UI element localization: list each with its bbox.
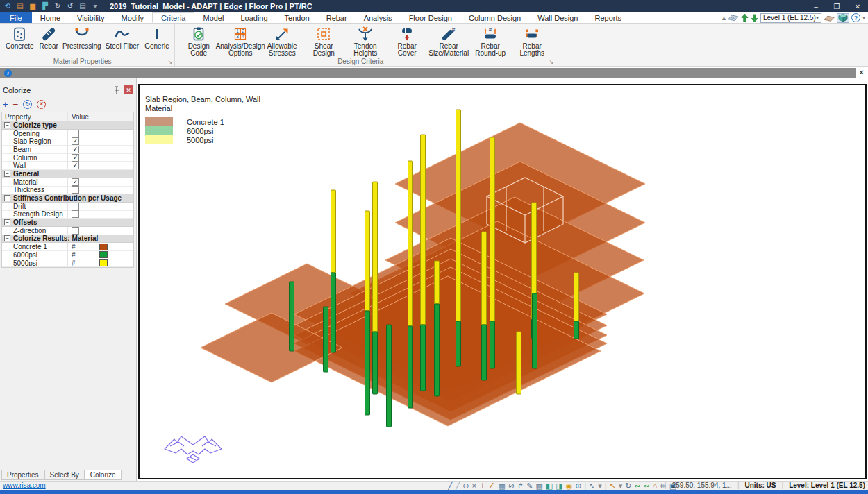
level-up-icon[interactable] [741, 13, 749, 23]
snap-angle-icon[interactable]: ∠ [489, 482, 496, 490]
open-folder-icon[interactable]: ▆ [28, 2, 37, 11]
group-row[interactable]: −Offsets [2, 219, 133, 227]
pointer-mode-icon[interactable]: ↖ [609, 482, 615, 490]
collapse-icon[interactable]: − [4, 171, 10, 177]
shear-design-button[interactable]: Shear Design [303, 26, 344, 57]
undo-circle-icon[interactable]: ↻ [53, 2, 62, 11]
level-down-icon[interactable] [751, 13, 758, 23]
sketch-icon[interactable]: ✎ [526, 482, 533, 490]
risa-link[interactable]: www.risa.com [3, 482, 46, 489]
panel-tab-select-by[interactable]: Select By [44, 470, 85, 480]
tab-home[interactable]: Home [32, 12, 69, 23]
view-3d-cube-icon[interactable] [837, 13, 849, 23]
tab-criteria[interactable]: Criteria [152, 12, 194, 23]
allowable-stresses-button[interactable]: Allowable Stresses [261, 26, 303, 57]
view-solid-icon[interactable]: ◨ [556, 482, 562, 490]
minimize-button[interactable]: – [806, 0, 826, 12]
panel-close-button[interactable]: ✕ [124, 85, 133, 94]
color-swatch[interactable] [99, 259, 108, 266]
collapse-icon[interactable]: − [4, 122, 10, 128]
rebar-button[interactable]: Rebar [37, 26, 61, 50]
level-selector[interactable]: Level 1 (EL 12.5) ▾ [760, 13, 821, 23]
snap-perpendicular-icon[interactable]: ⊥ [479, 482, 486, 490]
snap-tangent-icon[interactable]: ⊘ [508, 482, 515, 490]
close-button[interactable]: ✕ [847, 0, 868, 12]
checkbox-unchecked[interactable] [72, 186, 79, 194]
level-indicator[interactable]: Level: Level 1 (EL 12.5) [789, 482, 865, 489]
app-logo-icon[interactable]: ⟲ [3, 2, 12, 11]
tab-wall-design[interactable]: Wall Design [529, 12, 586, 23]
group-row[interactable]: −Colorize Results: Material [2, 235, 133, 244]
group-row[interactable]: −General [2, 170, 133, 178]
analysis-design-options-button[interactable]: 1234 Analysis/Design Options [219, 26, 261, 57]
tab-modify[interactable]: Modify [113, 12, 152, 23]
units-indicator[interactable]: Units: US [745, 482, 776, 489]
pin-icon[interactable] [112, 86, 121, 94]
concrete-button[interactable]: Concrete [3, 26, 37, 50]
snap-grid-icon[interactable]: ▦ [498, 482, 505, 490]
quick-access-caret-icon[interactable]: ▾ [90, 2, 100, 11]
tab-tendon[interactable]: Tendon [276, 12, 318, 23]
help-icon[interactable]: ? [851, 13, 860, 22]
save-icon[interactable]: ▛ [40, 2, 50, 11]
polyline-caret-icon[interactable]: ▾ [598, 482, 602, 490]
checkbox-unchecked[interactable] [72, 130, 79, 137]
column-header-property[interactable]: Property [2, 112, 68, 121]
pointer-caret-icon[interactable]: ▾ [619, 482, 623, 490]
checkbox-checked[interactable]: ✓ [72, 154, 79, 162]
color-swatch[interactable] [99, 251, 108, 258]
view-shaded-icon[interactable]: ◧ [546, 482, 553, 490]
tab-reports[interactable]: Reports [586, 12, 630, 23]
add-icon[interactable]: + [3, 99, 8, 110]
tab-floor-design[interactable]: Floor Design [401, 12, 460, 23]
tab-file[interactable]: File [0, 12, 32, 23]
tab-visibility[interactable]: Visibility [69, 12, 113, 23]
polyline-mode-icon[interactable]: ∿ [589, 482, 595, 490]
checkbox-checked[interactable]: ✓ [72, 137, 79, 145]
print-icon[interactable]: ▤ [78, 2, 87, 11]
redo-circle-icon[interactable]: ↺ [65, 2, 75, 11]
refresh-icon[interactable]: ↻ [23, 100, 32, 109]
zoom-icon[interactable]: ⊕ [575, 482, 581, 490]
pan-icon[interactable]: ∾ [634, 482, 640, 490]
panel-tab-colorize[interactable]: Colorize [85, 470, 122, 480]
tendon-heights-button[interactable]: Tendon Heights [344, 26, 386, 57]
rebar-lengths-button[interactable]: Rebar Lengths [511, 26, 553, 57]
remove-icon[interactable]: − [13, 99, 19, 110]
collapse-icon[interactable]: − [4, 195, 10, 201]
single-slab-icon[interactable] [824, 13, 835, 23]
home-view-icon[interactable]: ⌂ [653, 482, 658, 490]
model-viewport[interactable]: Slab Region, Beam, Column, Wall Material… [138, 84, 867, 479]
rebar-size-material-button[interactable]: # Rebar Size/Material [428, 26, 469, 57]
restore-button[interactable]: ❐ [826, 0, 847, 12]
snap-endpoint-icon[interactable]: ↱ [517, 482, 524, 490]
slab-view-icon[interactable] [728, 13, 739, 23]
checkbox-checked[interactable]: ✓ [72, 162, 79, 169]
tab-loading[interactable]: Loading [232, 12, 276, 23]
rebar-cover-button[interactable]: Rebar Cover [386, 26, 428, 57]
info-strip-close-icon[interactable]: ✕ [859, 69, 865, 76]
tab-rebar[interactable]: Rebar [318, 12, 356, 23]
design-code-button[interactable]: Design Code [178, 26, 219, 57]
cancel-icon[interactable]: ✕ [37, 100, 46, 109]
prestressing-button[interactable]: Prestressing [61, 26, 103, 50]
collapse-icon[interactable]: − [4, 235, 10, 241]
color-swatch[interactable] [99, 244, 108, 250]
checkbox-unchecked[interactable] [72, 227, 79, 235]
column-header-value[interactable]: Value [68, 112, 133, 121]
tab-column-design[interactable]: Column Design [460, 12, 529, 23]
walk-icon[interactable]: ∾ [644, 482, 650, 490]
tab-model[interactable]: Model [194, 12, 232, 23]
group-row[interactable]: −Colorize type [2, 121, 133, 130]
dialog-launcher-icon[interactable]: ↘ [549, 59, 554, 65]
help-caret-icon[interactable]: ▾ [862, 13, 865, 23]
rebar-round-up-button[interactable]: # Rebar Round-up [469, 26, 511, 57]
dialog-launcher-icon[interactable]: ↘ [168, 59, 173, 65]
steel-fiber-button[interactable]: Steel Fiber [103, 26, 142, 50]
checkbox-unchecked[interactable] [72, 203, 79, 210]
construction-line-icon[interactable]: ╱ [456, 482, 460, 490]
checkbox-checked[interactable]: ✓ [72, 146, 79, 153]
group-row[interactable]: −Stiffness Contribution per Usage [2, 194, 133, 203]
collapse-icon[interactable]: − [4, 219, 10, 225]
ribbon-collapse-icon[interactable]: ▴ [722, 13, 726, 23]
